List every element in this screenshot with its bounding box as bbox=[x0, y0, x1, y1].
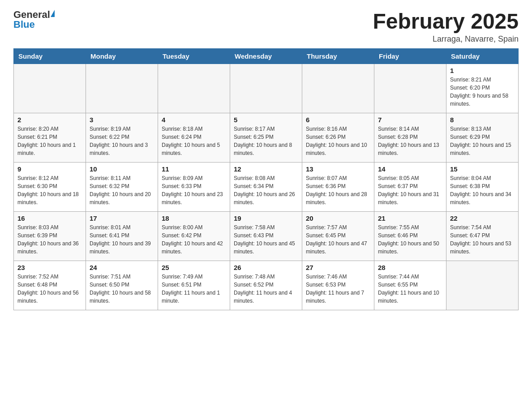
week-row-3: 9Sunrise: 8:12 AM Sunset: 6:30 PM Daylig… bbox=[14, 163, 519, 212]
calendar-cell bbox=[158, 64, 230, 113]
day-info: Sunrise: 7:48 AM Sunset: 6:52 PM Dayligh… bbox=[234, 273, 298, 305]
calendar-cell: 5Sunrise: 8:17 AM Sunset: 6:25 PM Daylig… bbox=[230, 113, 302, 163]
calendar-cell: 23Sunrise: 7:52 AM Sunset: 6:48 PM Dayli… bbox=[14, 261, 86, 310]
day-number: 28 bbox=[378, 264, 442, 271]
day-number: 7 bbox=[378, 116, 442, 124]
calendar-table: SundayMondayTuesdayWednesdayThursdayFrid… bbox=[13, 48, 519, 310]
day-info: Sunrise: 8:04 AM Sunset: 6:38 PM Dayligh… bbox=[450, 174, 515, 206]
day-info: Sunrise: 7:54 AM Sunset: 6:47 PM Dayligh… bbox=[450, 223, 515, 256]
calendar-cell: 24Sunrise: 7:51 AM Sunset: 6:50 PM Dayli… bbox=[86, 261, 158, 310]
day-info: Sunrise: 7:44 AM Sunset: 6:55 PM Dayligh… bbox=[378, 273, 442, 305]
day-number: 8 bbox=[450, 116, 515, 124]
calendar-cell: 21Sunrise: 7:55 AM Sunset: 6:46 PM Dayli… bbox=[374, 212, 446, 261]
logo-blue-text: Blue bbox=[13, 19, 35, 30]
day-info: Sunrise: 8:18 AM Sunset: 6:24 PM Dayligh… bbox=[162, 125, 226, 157]
day-number: 19 bbox=[234, 214, 298, 222]
day-info: Sunrise: 8:03 AM Sunset: 6:39 PM Dayligh… bbox=[17, 223, 82, 256]
day-number: 13 bbox=[306, 165, 370, 173]
logo: General Blue bbox=[13, 9, 55, 30]
day-number: 20 bbox=[306, 214, 370, 222]
day-info: Sunrise: 8:11 AM Sunset: 6:32 PM Dayligh… bbox=[90, 174, 154, 206]
calendar-cell: 18Sunrise: 8:00 AM Sunset: 6:42 PM Dayli… bbox=[158, 212, 230, 261]
calendar-cell: 2Sunrise: 8:20 AM Sunset: 6:21 PM Daylig… bbox=[14, 113, 86, 163]
day-info: Sunrise: 8:17 AM Sunset: 6:25 PM Dayligh… bbox=[234, 125, 298, 157]
week-row-4: 16Sunrise: 8:03 AM Sunset: 6:39 PM Dayli… bbox=[14, 212, 519, 261]
calendar-cell: 13Sunrise: 8:07 AM Sunset: 6:36 PM Dayli… bbox=[302, 163, 374, 212]
page-header: General Blue February 2025 Larraga, Nava… bbox=[13, 9, 519, 44]
day-info: Sunrise: 8:09 AM Sunset: 6:33 PM Dayligh… bbox=[162, 174, 226, 206]
day-number: 23 bbox=[17, 264, 82, 271]
day-number: 11 bbox=[162, 165, 226, 173]
calendar-cell bbox=[446, 261, 519, 310]
calendar-cell: 22Sunrise: 7:54 AM Sunset: 6:47 PM Dayli… bbox=[446, 212, 519, 261]
day-number: 6 bbox=[306, 116, 370, 124]
day-number: 24 bbox=[90, 264, 154, 271]
weekday-header-sunday: Sunday bbox=[14, 49, 86, 64]
day-info: Sunrise: 8:12 AM Sunset: 6:30 PM Dayligh… bbox=[17, 174, 82, 206]
calendar-cell bbox=[14, 64, 86, 113]
calendar-cell: 1Sunrise: 8:21 AM Sunset: 6:20 PM Daylig… bbox=[446, 64, 519, 113]
day-number: 10 bbox=[90, 165, 154, 173]
day-info: Sunrise: 8:13 AM Sunset: 6:29 PM Dayligh… bbox=[450, 125, 515, 157]
day-number: 3 bbox=[90, 116, 154, 124]
logo-triangle-icon bbox=[51, 10, 55, 17]
day-number: 14 bbox=[378, 165, 442, 173]
weekday-header-monday: Monday bbox=[86, 49, 158, 64]
day-number: 25 bbox=[162, 264, 226, 271]
calendar-cell bbox=[374, 64, 446, 113]
day-info: Sunrise: 8:20 AM Sunset: 6:21 PM Dayligh… bbox=[17, 125, 82, 157]
weekday-header-friday: Friday bbox=[374, 49, 446, 64]
calendar-cell: 20Sunrise: 7:57 AM Sunset: 6:45 PM Dayli… bbox=[302, 212, 374, 261]
week-row-1: 1Sunrise: 8:21 AM Sunset: 6:20 PM Daylig… bbox=[14, 64, 519, 113]
day-number: 12 bbox=[234, 165, 298, 173]
calendar-cell: 25Sunrise: 7:49 AM Sunset: 6:51 PM Dayli… bbox=[158, 261, 230, 310]
day-number: 5 bbox=[234, 116, 298, 124]
calendar-cell: 17Sunrise: 8:01 AM Sunset: 6:41 PM Dayli… bbox=[86, 212, 158, 261]
calendar-cell: 26Sunrise: 7:48 AM Sunset: 6:52 PM Dayli… bbox=[230, 261, 302, 310]
day-info: Sunrise: 8:01 AM Sunset: 6:41 PM Dayligh… bbox=[90, 223, 154, 256]
calendar-cell: 4Sunrise: 8:18 AM Sunset: 6:24 PM Daylig… bbox=[158, 113, 230, 163]
weekday-header-tuesday: Tuesday bbox=[158, 49, 230, 64]
weekday-header-row: SundayMondayTuesdayWednesdayThursdayFrid… bbox=[14, 49, 519, 64]
day-number: 18 bbox=[162, 214, 226, 222]
calendar-cell: 10Sunrise: 8:11 AM Sunset: 6:32 PM Dayli… bbox=[86, 163, 158, 212]
calendar-cell: 3Sunrise: 8:19 AM Sunset: 6:22 PM Daylig… bbox=[86, 113, 158, 163]
day-info: Sunrise: 7:57 AM Sunset: 6:45 PM Dayligh… bbox=[306, 223, 370, 256]
day-number: 15 bbox=[450, 165, 515, 173]
day-number: 1 bbox=[450, 67, 515, 74]
calendar-cell: 16Sunrise: 8:03 AM Sunset: 6:39 PM Dayli… bbox=[14, 212, 86, 261]
day-info: Sunrise: 7:51 AM Sunset: 6:50 PM Dayligh… bbox=[90, 273, 154, 305]
calendar-cell: 11Sunrise: 8:09 AM Sunset: 6:33 PM Dayli… bbox=[158, 163, 230, 212]
day-info: Sunrise: 8:08 AM Sunset: 6:34 PM Dayligh… bbox=[234, 174, 298, 206]
calendar-cell bbox=[302, 64, 374, 113]
week-row-2: 2Sunrise: 8:20 AM Sunset: 6:21 PM Daylig… bbox=[14, 113, 519, 163]
calendar-header: SundayMondayTuesdayWednesdayThursdayFrid… bbox=[14, 49, 519, 64]
day-info: Sunrise: 8:05 AM Sunset: 6:37 PM Dayligh… bbox=[378, 174, 442, 206]
weekday-header-wednesday: Wednesday bbox=[230, 49, 302, 64]
calendar-cell bbox=[230, 64, 302, 113]
calendar-cell: 15Sunrise: 8:04 AM Sunset: 6:38 PM Dayli… bbox=[446, 163, 519, 212]
day-info: Sunrise: 8:14 AM Sunset: 6:28 PM Dayligh… bbox=[378, 125, 442, 157]
calendar-cell: 28Sunrise: 7:44 AM Sunset: 6:55 PM Dayli… bbox=[374, 261, 446, 310]
title-area: February 2025 Larraga, Navarre, Spain bbox=[373, 9, 519, 44]
day-info: Sunrise: 7:46 AM Sunset: 6:53 PM Dayligh… bbox=[306, 273, 370, 305]
calendar-cell: 12Sunrise: 8:08 AM Sunset: 6:34 PM Dayli… bbox=[230, 163, 302, 212]
calendar-cell: 8Sunrise: 8:13 AM Sunset: 6:29 PM Daylig… bbox=[446, 113, 519, 163]
calendar-cell: 27Sunrise: 7:46 AM Sunset: 6:53 PM Dayli… bbox=[302, 261, 374, 310]
day-number: 17 bbox=[90, 214, 154, 222]
day-number: 9 bbox=[17, 165, 82, 173]
day-info: Sunrise: 8:16 AM Sunset: 6:26 PM Dayligh… bbox=[306, 125, 370, 157]
day-number: 26 bbox=[234, 264, 298, 271]
calendar-cell: 14Sunrise: 8:05 AM Sunset: 6:37 PM Dayli… bbox=[374, 163, 446, 212]
day-info: Sunrise: 7:58 AM Sunset: 6:43 PM Dayligh… bbox=[234, 223, 298, 256]
day-info: Sunrise: 7:49 AM Sunset: 6:51 PM Dayligh… bbox=[162, 273, 226, 305]
weekday-header-thursday: Thursday bbox=[302, 49, 374, 64]
calendar-cell: 6Sunrise: 8:16 AM Sunset: 6:26 PM Daylig… bbox=[302, 113, 374, 163]
calendar-cell: 7Sunrise: 8:14 AM Sunset: 6:28 PM Daylig… bbox=[374, 113, 446, 163]
day-info: Sunrise: 7:52 AM Sunset: 6:48 PM Dayligh… bbox=[17, 273, 82, 305]
day-number: 27 bbox=[306, 264, 370, 271]
weekday-header-saturday: Saturday bbox=[446, 49, 519, 64]
day-info: Sunrise: 8:00 AM Sunset: 6:42 PM Dayligh… bbox=[162, 223, 226, 256]
calendar-body: 1Sunrise: 8:21 AM Sunset: 6:20 PM Daylig… bbox=[14, 64, 519, 310]
day-number: 2 bbox=[17, 116, 82, 124]
